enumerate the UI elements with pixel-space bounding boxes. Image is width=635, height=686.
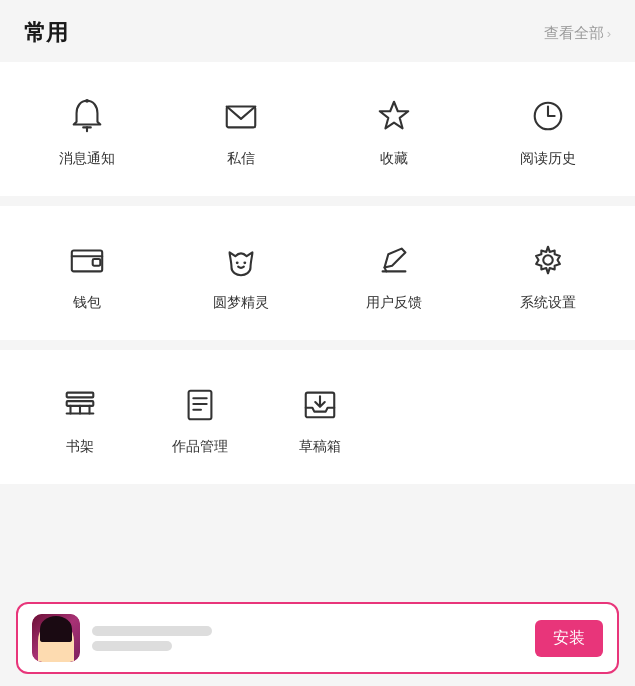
svg-rect-6 bbox=[72, 251, 102, 272]
ad-install-button[interactable]: 安装 bbox=[535, 620, 603, 657]
grid-section-row1: 消息通知 私信 收藏 bbox=[0, 62, 635, 196]
ad-banner: 安装 bbox=[16, 602, 619, 674]
view-all-link[interactable]: 查看全部 › bbox=[544, 24, 611, 43]
settings-label: 系统设置 bbox=[520, 294, 576, 312]
grid-item-settings[interactable]: 系统设置 bbox=[488, 224, 608, 322]
collect-label: 收藏 bbox=[380, 150, 408, 168]
section-header: 常用 查看全部 › bbox=[0, 0, 635, 62]
svg-rect-13 bbox=[67, 393, 94, 398]
bookshelf-icon bbox=[54, 378, 106, 430]
grid-section-row3: 书架 作品管理 bbox=[0, 350, 635, 484]
star-icon bbox=[368, 90, 420, 142]
works-label: 作品管理 bbox=[172, 438, 228, 456]
chevron-right-icon: › bbox=[607, 26, 611, 41]
list-lines-icon bbox=[174, 378, 226, 430]
page-container: 常用 查看全部 › 消息通知 bbox=[0, 0, 635, 686]
notification-label: 消息通知 bbox=[59, 150, 115, 168]
svg-rect-7 bbox=[93, 259, 101, 266]
grid-row-3: 书架 作品管理 bbox=[10, 368, 625, 466]
svg-point-8 bbox=[235, 261, 238, 264]
section-title: 常用 bbox=[24, 18, 68, 48]
svg-marker-4 bbox=[380, 102, 409, 129]
grid-section-row2: 钱包 圆梦精灵 bbox=[0, 206, 635, 340]
grid-row-2: 钱包 圆梦精灵 bbox=[10, 224, 625, 322]
grid-item-notification[interactable]: 消息通知 bbox=[27, 80, 147, 178]
cat-icon bbox=[215, 234, 267, 286]
grid-item-feedback[interactable]: 用户反馈 bbox=[334, 224, 454, 322]
bell-icon bbox=[61, 90, 113, 142]
svg-point-12 bbox=[543, 255, 553, 265]
message-label: 私信 bbox=[227, 150, 255, 168]
svg-point-2 bbox=[85, 99, 89, 103]
drafts-label: 草稿箱 bbox=[299, 438, 341, 456]
feedback-label: 用户反馈 bbox=[366, 294, 422, 312]
ad-app-icon bbox=[32, 614, 80, 662]
ad-subtitle-placeholder bbox=[92, 641, 172, 651]
grid-item-wallet[interactable]: 钱包 bbox=[27, 224, 147, 322]
dream-elf-label: 圆梦精灵 bbox=[213, 294, 269, 312]
envelope-icon bbox=[215, 90, 267, 142]
grid-item-history[interactable]: 阅读历史 bbox=[488, 80, 608, 178]
grid-row-1: 消息通知 私信 收藏 bbox=[10, 80, 625, 178]
inbox-tray-icon bbox=[294, 378, 346, 430]
grid-item-works[interactable]: 作品管理 bbox=[140, 368, 260, 466]
ad-text-area bbox=[92, 626, 523, 651]
clock-icon bbox=[522, 90, 574, 142]
svg-point-9 bbox=[243, 261, 246, 264]
grid-item-dream-elf[interactable]: 圆梦精灵 bbox=[181, 224, 301, 322]
history-label: 阅读历史 bbox=[520, 150, 576, 168]
ad-app-icon-image bbox=[32, 614, 80, 662]
wallet-icon bbox=[61, 234, 113, 286]
gear-icon bbox=[522, 234, 574, 286]
ad-title-placeholder bbox=[92, 626, 212, 636]
grid-item-drafts[interactable]: 草稿箱 bbox=[260, 368, 380, 466]
grid-item-bookshelf[interactable]: 书架 bbox=[20, 368, 140, 466]
grid-item-collect[interactable]: 收藏 bbox=[334, 80, 454, 178]
pencil-icon bbox=[368, 234, 420, 286]
bookshelf-label: 书架 bbox=[66, 438, 94, 456]
view-all-text: 查看全部 bbox=[544, 24, 604, 43]
grid-item-message[interactable]: 私信 bbox=[181, 80, 301, 178]
wallet-label: 钱包 bbox=[73, 294, 101, 312]
